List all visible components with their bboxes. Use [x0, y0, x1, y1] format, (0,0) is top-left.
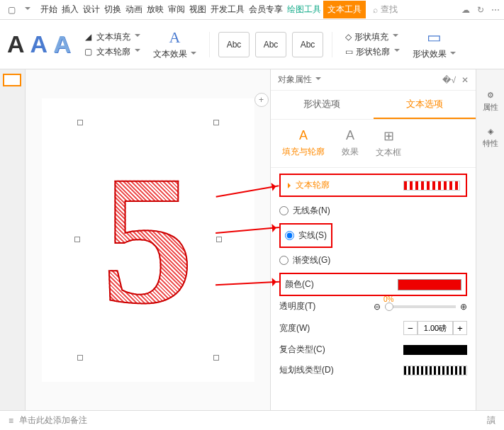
shape-style-1[interactable]: Abc [218, 32, 250, 57]
opacity-plus[interactable]: ⊕ [460, 302, 467, 312]
text-outline-btn[interactable]: ▢文本轮廓 [84, 46, 140, 58]
color-swatch[interactable] [398, 279, 461, 290]
prop-color: 颜色(C) [279, 273, 467, 296]
notes-placeholder[interactable]: 单击此处添加备注 [19, 414, 87, 426]
width-plus[interactable]: + [453, 321, 467, 335]
shape-effect-icon: ▭ [427, 28, 442, 47]
color-label: 颜色(C) [285, 278, 314, 290]
wordart-style-3[interactable]: A [53, 30, 71, 58]
section-header[interactable]: 文本轮廓 [286, 179, 460, 191]
outline-icon: ▢ [84, 47, 94, 57]
text-fill-btn[interactable]: ◢文本填充 [84, 31, 140, 43]
tab-text-options[interactable]: 文本选项 [374, 91, 476, 119]
add-slide-btn[interactable]: + [254, 93, 269, 107]
wordart-style-2[interactable]: A [30, 30, 48, 58]
search-box[interactable]: ⌕ 查找 [373, 4, 398, 16]
radio-solid-line[interactable]: 实线(S) [285, 227, 327, 244]
bucket-icon: ◇ [345, 32, 352, 42]
properties-panel: 对象属性 �√ ✕ 形状选项 文本选项 A 填充与轮廓 A 效果 ⊞ 文本框 [270, 69, 476, 410]
radio-no-line[interactable]: 无线条(N) [279, 203, 467, 219]
opacity-label: 透明度(T) [279, 300, 315, 312]
pen-icon: ▭ [345, 47, 353, 57]
sync-icon[interactable]: ↻ [477, 5, 484, 15]
text-effect-btn[interactable]: A 文本效果 [153, 28, 196, 60]
tab-slideshow[interactable]: 放映 [145, 1, 166, 18]
cloud-icon[interactable]: ☁ [461, 5, 470, 15]
slider-knob[interactable] [385, 302, 393, 311]
subtab-textbox[interactable]: ⊞ 文本框 [376, 128, 401, 159]
ribbon: A A A ◢文本填充 ▢文本轮廓 A 文本效果 Abc Abc Abc ◇形状… [0, 20, 504, 69]
handle-se[interactable] [213, 355, 219, 361]
tab-review[interactable]: 审阅 [166, 1, 187, 18]
fill-icon: ◢ [84, 32, 94, 42]
tab-dev[interactable]: 开发工具 [208, 1, 247, 18]
prop-compound: 复合类型(C) [279, 339, 467, 360]
shape-style-2[interactable]: Abc [255, 32, 286, 57]
handle-sw[interactable] [77, 355, 83, 361]
subtab-effect[interactable]: A 效果 [342, 128, 359, 159]
tab-view[interactable]: 视图 [187, 1, 208, 18]
menu-tabs: 开始 插入 设计 切换 动画 放映 审阅 视图 开发工具 会员专享 绘图工具 文… [38, 1, 366, 18]
radio-gradient-line[interactable]: 渐变线(G) [279, 252, 467, 268]
tab-animation[interactable]: 动画 [123, 1, 145, 18]
subtab-fill-outline[interactable]: A 填充与轮廓 [282, 128, 325, 159]
effect-icon: A [346, 128, 354, 143]
panel-body: 文本轮廓 无线条(N) 实线(S) 渐变线(G) 颜色(C) 透明度(T) ⊖ [271, 168, 476, 410]
width-input[interactable] [418, 321, 453, 335]
compound-label: 复合类型(C) [279, 344, 325, 356]
handle-e[interactable] [216, 237, 222, 242]
dash-label: 短划线类型(D) [279, 364, 334, 376]
tab-member[interactable]: 会员专享 [247, 1, 285, 18]
rail-features[interactable]: ◈ 特性 [483, 127, 498, 149]
width-label: 宽度(W) [279, 322, 310, 334]
notes-icon[interactable]: ≡ [9, 416, 13, 426]
shape-style-3[interactable]: Abc [292, 32, 323, 57]
dropdown-icon[interactable] [20, 3, 34, 17]
menubar-right: ☁ ↻ ⋯ [461, 5, 500, 15]
notes-right[interactable]: 讀 [487, 414, 495, 426]
more-icon[interactable]: ⋯ [491, 5, 500, 15]
panel-subtabs: A 填充与轮廓 A 效果 ⊞ 文本框 [271, 120, 476, 168]
wordart-style-1[interactable]: A [7, 30, 25, 58]
panel-header: 对象属性 �√ ✕ [271, 69, 476, 91]
slide-canvas[interactable]: + 5 [42, 98, 254, 382]
outline-preview[interactable] [403, 181, 460, 191]
tab-text-tools[interactable]: 文本工具 [323, 1, 366, 18]
notes-bar: ≡ 单击此处添加备注 讀 [0, 410, 504, 430]
shape-fill-btn[interactable]: ◇形状填充 [345, 31, 400, 43]
section-text-outline: 文本轮廓 [279, 174, 467, 197]
tab-start[interactable]: 开始 [38, 1, 60, 18]
shape-effect-btn[interactable]: ▭ 形状效果 [413, 28, 456, 60]
width-minus[interactable]: − [403, 321, 418, 335]
width-spinner: − + [403, 321, 467, 335]
pin-icon[interactable]: �√ [442, 75, 456, 85]
annotation-arrow-2 [215, 227, 279, 234]
thumbnail-1[interactable] [3, 74, 21, 86]
annotation-arrow-3 [215, 281, 279, 285]
handle-nw[interactable] [77, 120, 83, 125]
cube-icon: ◈ [488, 127, 493, 136]
handle-ne[interactable] [213, 120, 219, 125]
shape-outline-btn[interactable]: ▭形状轮廓 [345, 46, 400, 58]
shape-style-col: ◇形状填充 ▭形状轮廓 [345, 31, 400, 58]
opacity-value: 0% [383, 295, 393, 303]
tab-insert[interactable]: 插入 [60, 1, 81, 18]
selected-textbox[interactable]: 5 [77, 120, 219, 361]
compound-dropdown[interactable] [403, 345, 467, 355]
text-style-col: ◢文本填充 ▢文本轮廓 [84, 31, 140, 58]
close-icon[interactable]: ✕ [461, 75, 469, 85]
tab-drawing-tools[interactable]: 绘图工具 [285, 1, 323, 18]
app-icon[interactable]: ▢ [4, 3, 18, 17]
opacity-minus[interactable]: ⊖ [374, 302, 381, 312]
tab-design[interactable]: 设计 [81, 1, 102, 18]
dash-dropdown[interactable] [403, 366, 467, 375]
handle-w[interactable] [74, 237, 80, 242]
opacity-slider[interactable]: 0% [385, 305, 456, 308]
prop-dash: 短划线类型(D) [279, 360, 467, 380]
tab-shape-options[interactable]: 形状选项 [271, 91, 374, 119]
menubar: ▢ 开始 插入 设计 切换 动画 放映 审阅 视图 开发工具 会员专享 绘图工具… [0, 0, 504, 20]
panel-tabs: 形状选项 文本选项 [271, 91, 476, 120]
text-5: 5 [102, 134, 194, 346]
tab-transition[interactable]: 切换 [102, 1, 123, 18]
rail-attributes[interactable]: ⚙ 属性 [483, 91, 498, 113]
